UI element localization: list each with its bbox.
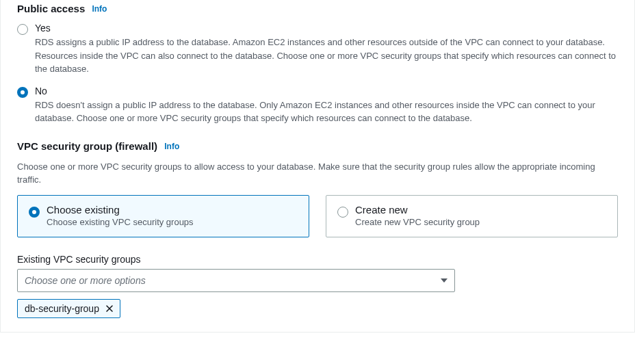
tile-choose-existing-title: Choose existing xyxy=(47,204,194,216)
chevron-down-icon xyxy=(441,278,448,283)
radio-icon[interactable] xyxy=(17,87,28,98)
tile-create-new-title: Create new xyxy=(355,204,480,216)
settings-panel: Public access Info Yes RDS assigns a pub… xyxy=(0,0,635,333)
public-access-no-desc: RDS doesn't assign a public IP address t… xyxy=(35,99,618,125)
radio-icon[interactable] xyxy=(17,24,28,35)
public-access-info-link[interactable]: Info xyxy=(92,4,107,14)
tile-content: Choose existing Choose existing VPC secu… xyxy=(47,204,194,227)
radio-label-col: No RDS doesn't assign a public IP addres… xyxy=(35,86,618,125)
tile-choose-existing[interactable]: Choose existing Choose existing VPC secu… xyxy=(17,195,309,237)
security-group-token: db-security-group xyxy=(17,299,120,318)
public-access-yes-desc: RDS assigns a public IP address to the d… xyxy=(35,36,618,76)
radio-icon[interactable] xyxy=(29,207,40,218)
public-access-option-no[interactable]: No RDS doesn't assign a public IP addres… xyxy=(17,86,618,125)
close-icon[interactable] xyxy=(105,304,114,313)
radio-icon[interactable] xyxy=(337,207,348,218)
security-group-token-label: db-security-group xyxy=(25,303,99,314)
vpc-sg-info-link[interactable]: Info xyxy=(164,142,179,151)
vpc-sg-tiles: Choose existing Choose existing VPC secu… xyxy=(17,195,618,237)
public-access-option-yes[interactable]: Yes RDS assigns a public IP address to t… xyxy=(17,23,618,76)
existing-groups-placeholder: Choose one or more options xyxy=(25,275,146,286)
public-access-yes-label: Yes xyxy=(35,23,618,34)
tile-content: Create new Create new VPC security group xyxy=(355,204,480,227)
public-access-title: Public access xyxy=(17,3,85,14)
public-access-heading: Public access Info xyxy=(17,3,618,14)
existing-groups-dropdown[interactable]: Choose one or more options xyxy=(17,269,455,292)
tile-create-new[interactable]: Create new Create new VPC security group xyxy=(326,195,618,237)
vpc-sg-heading: VPC security group (firewall) Info xyxy=(17,140,618,152)
public-access-no-label: No xyxy=(35,86,618,96)
vpc-sg-desc: Choose one or more VPC security groups t… xyxy=(17,160,618,187)
selected-tokens-row: db-security-group xyxy=(17,299,618,318)
existing-groups-label: Existing VPC security groups xyxy=(17,254,618,265)
radio-label-col: Yes RDS assigns a public IP address to t… xyxy=(35,23,618,76)
tile-create-new-desc: Create new VPC security group xyxy=(355,217,480,227)
vpc-sg-title: VPC security group (firewall) xyxy=(17,140,157,152)
tile-choose-existing-desc: Choose existing VPC security groups xyxy=(47,217,194,227)
